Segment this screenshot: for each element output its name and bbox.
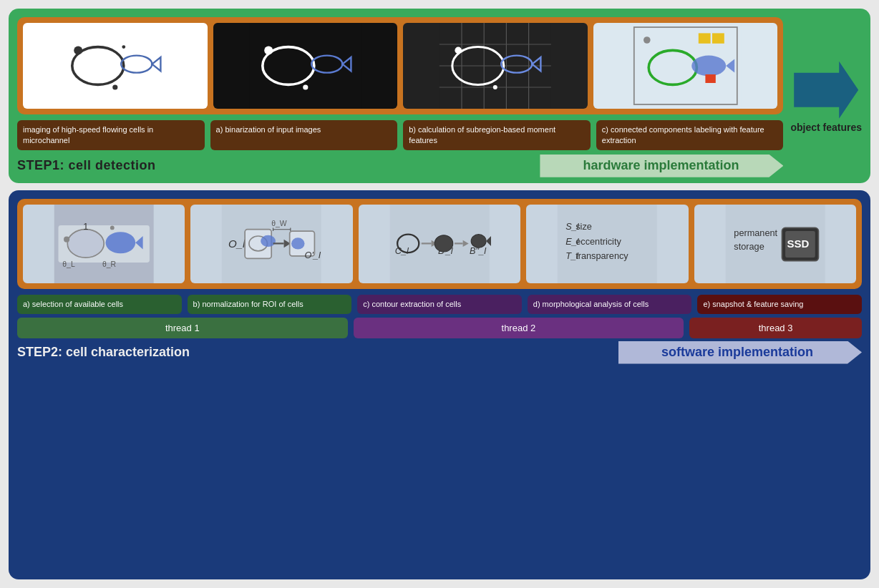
svg-text:SSD: SSD xyxy=(787,237,809,250)
svg-point-43 xyxy=(64,236,69,242)
step1-title: STEP1: cell detection xyxy=(17,158,156,173)
svg-text:θ_R: θ_R xyxy=(102,260,117,268)
step1-box-2 xyxy=(213,23,398,109)
svg-point-38 xyxy=(106,232,136,253)
object-features-arrow-shape xyxy=(794,62,858,119)
svg-point-44 xyxy=(110,225,115,230)
hw-arrow: hardware implementation xyxy=(540,155,783,177)
step1-content: imaging of high-speed flowing cells in m… xyxy=(17,17,783,177)
threads-row: thread 1 thread 2 thread 3 xyxy=(17,318,862,338)
svg-text:permanent: permanent xyxy=(734,227,777,238)
thread-1-bar: thread 1 xyxy=(17,318,348,338)
step1-box-3 xyxy=(403,23,588,109)
svg-text:size: size xyxy=(576,220,592,231)
main-container: imaging of high-speed flowing cells in m… xyxy=(0,0,879,588)
step2-title: STEP2: cell characterization xyxy=(17,345,190,360)
svg-rect-31 xyxy=(699,33,711,43)
sw-arrow-text: software implementation xyxy=(661,345,813,360)
svg-point-25 xyxy=(493,85,497,89)
cell-img-4 xyxy=(593,23,778,109)
cell-img-3 xyxy=(403,23,588,109)
svg-text:θ_W: θ_W xyxy=(272,220,288,227)
svg-rect-32 xyxy=(712,33,724,43)
step1-labels-row: imaging of high-speed flowing cells in m… xyxy=(17,120,783,150)
step1-image-boxes xyxy=(17,17,783,114)
svg-text:storage: storage xyxy=(734,240,764,251)
object-features-area: object features xyxy=(790,17,862,177)
step1-box-1 xyxy=(23,23,208,109)
svg-text:O_l: O_l xyxy=(228,237,246,250)
step2-label-e: e) snapshot & feature saving xyxy=(697,295,862,314)
step2-box-a: 1 θ_L θ_R xyxy=(23,205,185,283)
cell-morpho-img: S_l size E_l eccentricity T_l transparen… xyxy=(526,205,688,283)
svg-point-11 xyxy=(264,46,273,54)
svg-point-49 xyxy=(261,235,276,247)
step2-label-c: c) contour extraction of cells xyxy=(357,295,522,314)
hw-arrow-shape: hardware implementation xyxy=(540,155,783,177)
cell-img-1 xyxy=(23,23,208,109)
hw-arrow-text: hardware implementation xyxy=(583,158,739,173)
step2-box-e: permanent storage SSD xyxy=(694,205,856,283)
thread-3-bar: thread 3 xyxy=(689,318,862,338)
step2-image-boxes: 1 θ_L θ_R O_l xyxy=(17,199,862,289)
thread-2-bar: thread 2 xyxy=(354,318,684,338)
step2-box-c: C_l B'_l B''_l xyxy=(359,205,520,283)
svg-point-6 xyxy=(122,45,125,49)
svg-point-37 xyxy=(67,229,104,257)
labels-row: a) selection of available cells b) norma… xyxy=(17,295,862,314)
svg-point-12 xyxy=(303,84,308,89)
svg-point-5 xyxy=(112,84,117,89)
svg-point-4 xyxy=(74,46,82,54)
svg-point-24 xyxy=(455,47,462,54)
step2-footer: STEP2: cell characterization software im… xyxy=(17,341,862,364)
svg-point-29 xyxy=(691,56,726,77)
step2-section: 1 θ_L θ_R O_l xyxy=(9,190,870,579)
step1-label-2: a) binarization of input images xyxy=(210,120,398,150)
step2-box-d: S_l size E_l eccentricity T_l transparen… xyxy=(526,205,688,283)
step2-box-b: O_l θ_W O'_l xyxy=(190,205,352,283)
step1-box-4 xyxy=(593,23,778,109)
svg-point-57 xyxy=(291,237,305,249)
svg-point-65 xyxy=(434,235,452,252)
step1-section: imaging of high-speed flowing cells in m… xyxy=(9,9,870,183)
svg-rect-33 xyxy=(705,74,715,83)
cell-img-2 xyxy=(213,23,398,109)
step2-label-d: d) morphological analysis of cells xyxy=(528,295,692,314)
svg-text:θ_L: θ_L xyxy=(62,260,75,268)
step2-label-b: b) normalization for ROI of cells xyxy=(188,295,352,314)
svg-text:transparency: transparency xyxy=(576,250,628,261)
step1-label-4: c) connected components labeling with fe… xyxy=(596,120,784,150)
step1-label-3: b) calculation of subregion-based moment… xyxy=(403,120,591,150)
object-features-label: object features xyxy=(790,122,862,133)
cell-sel-img: 1 θ_L θ_R xyxy=(23,205,185,283)
cell-snapshot-img: permanent storage SSD xyxy=(694,205,856,283)
cell-contour-img: C_l B'_l B''_l xyxy=(359,205,520,283)
step2-label-a: a) selection of available cells xyxy=(17,295,182,314)
svg-point-34 xyxy=(644,36,651,44)
step1-footer: STEP1: cell detection hardware implement… xyxy=(17,155,783,177)
svg-point-69 xyxy=(471,234,486,248)
svg-text:eccentricity: eccentricity xyxy=(576,235,621,246)
step1-label-1: imaging of high-speed flowing cells in m… xyxy=(17,120,205,150)
step2-labels-threads: a) selection of available cells b) norma… xyxy=(17,295,862,338)
svg-text:O'_l: O'_l xyxy=(305,250,321,260)
sw-arrow: software implementation xyxy=(618,341,862,364)
svg-text:1: 1 xyxy=(83,220,88,231)
cell-norm-img: O_l θ_W O'_l xyxy=(190,205,352,283)
